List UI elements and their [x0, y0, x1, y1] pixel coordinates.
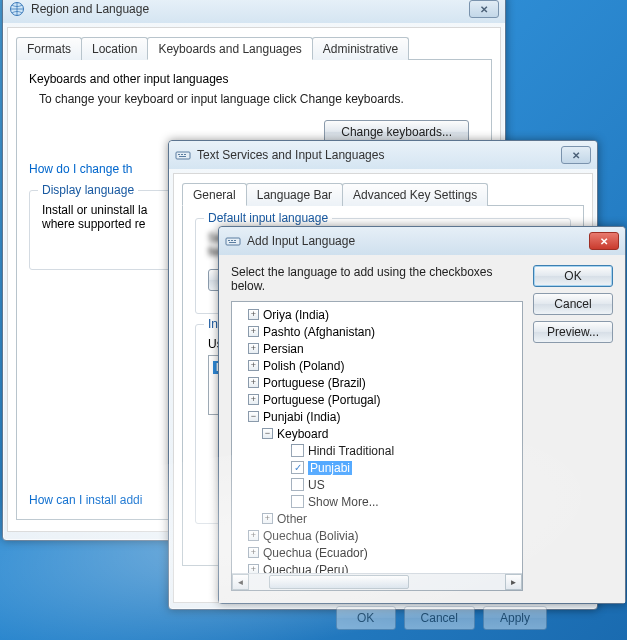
expand-icon[interactable]: + — [248, 547, 259, 558]
tree-item-label: Punjabi (India) — [263, 410, 340, 424]
tree-item[interactable]: −Keyboard — [234, 425, 520, 442]
tab-formats[interactable]: Formats — [16, 37, 82, 60]
checkbox[interactable] — [291, 461, 304, 474]
tree-item[interactable]: +Portuguese (Brazil) — [234, 374, 520, 391]
expand-icon[interactable]: + — [248, 530, 259, 541]
expand-icon[interactable]: + — [248, 326, 259, 337]
apply-button[interactable]: Apply — [483, 606, 547, 630]
tree-item-label: Punjabi — [308, 461, 352, 475]
svg-rect-1 — [176, 152, 190, 159]
tab-strip: General Language Bar Advanced Key Settin… — [182, 182, 584, 206]
tree-item-label: Hindi Traditional — [308, 444, 394, 458]
expand-icon[interactable]: + — [248, 343, 259, 354]
help-link-install[interactable]: How can I install addi — [29, 493, 142, 507]
svg-rect-9 — [234, 240, 236, 241]
tab-language-bar[interactable]: Language Bar — [246, 183, 343, 206]
svg-rect-4 — [184, 154, 186, 155]
instruction-text: Select the language to add using the che… — [231, 265, 523, 293]
close-button[interactable]: ✕ — [561, 146, 591, 164]
add-input-language-window: Add Input Language ✕ Select the language… — [218, 226, 626, 604]
svg-rect-6 — [226, 238, 240, 245]
checkbox[interactable] — [291, 478, 304, 491]
expand-icon[interactable]: + — [248, 309, 259, 320]
svg-rect-7 — [228, 240, 230, 241]
keyboards-section-title: Keyboards and other input languages — [29, 72, 479, 86]
tab-keyboards-languages[interactable]: Keyboards and Languages — [147, 37, 312, 60]
tree-item[interactable]: Show More... — [234, 493, 520, 510]
scroll-left-arrow[interactable]: ◄ — [232, 574, 249, 590]
keyboards-section-text: To change your keyboard or input languag… — [39, 92, 479, 106]
tree-item[interactable]: +Pashto (Afghanistan) — [234, 323, 520, 340]
keyboard-icon — [225, 233, 241, 249]
svg-rect-10 — [229, 242, 236, 243]
ok-button[interactable]: OK — [336, 606, 396, 630]
cancel-button[interactable]: Cancel — [404, 606, 475, 630]
tree-item[interactable]: +Other — [234, 510, 520, 527]
svg-rect-2 — [178, 154, 180, 155]
expand-icon[interactable]: + — [248, 394, 259, 405]
tab-strip: Formats Location Keyboards and Languages… — [16, 36, 492, 60]
tree-item[interactable]: +Oriya (India) — [234, 306, 520, 323]
window-title: Add Input Language — [247, 234, 589, 248]
keyboard-icon — [175, 147, 191, 163]
scroll-right-arrow[interactable]: ► — [505, 574, 522, 590]
ok-button[interactable]: OK — [533, 265, 613, 287]
language-tree[interactable]: +Oriya (India)+Pashto (Afghanistan)+Pers… — [231, 301, 523, 591]
window-title: Text Services and Input Languages — [197, 148, 561, 162]
title-bar[interactable]: Add Input Language ✕ — [219, 227, 625, 255]
checkbox[interactable] — [291, 495, 304, 508]
tree-item[interactable]: +Persian — [234, 340, 520, 357]
preview-button[interactable]: Preview... — [533, 321, 613, 343]
tree-item-label: Quechua (Ecuador) — [263, 546, 368, 560]
close-button[interactable]: ✕ — [469, 0, 499, 18]
tree-item[interactable]: +Quechua (Bolivia) — [234, 527, 520, 544]
tree-item-label: Keyboard — [277, 427, 328, 441]
title-bar[interactable]: Region and Language ✕ — [3, 0, 505, 23]
svg-rect-5 — [179, 156, 186, 157]
svg-rect-8 — [231, 240, 233, 241]
tree-item[interactable]: −Punjabi (India) — [234, 408, 520, 425]
expand-icon[interactable]: + — [248, 360, 259, 371]
tree-item-label: Portuguese (Portugal) — [263, 393, 380, 407]
tab-administrative[interactable]: Administrative — [312, 37, 409, 60]
collapse-icon[interactable]: − — [262, 428, 273, 439]
tree-item-label: Quechua (Bolivia) — [263, 529, 358, 543]
close-button[interactable]: ✕ — [589, 232, 619, 250]
tree-item[interactable]: Hindi Traditional — [234, 442, 520, 459]
tree-item[interactable]: Punjabi — [234, 459, 520, 476]
expand-icon[interactable]: + — [248, 377, 259, 388]
tree-item-label: Pashto (Afghanistan) — [263, 325, 375, 339]
bottom-buttons-obscured: OK Cancel Apply — [336, 606, 547, 630]
tree-item[interactable]: +Portuguese (Portugal) — [234, 391, 520, 408]
globe-icon — [9, 1, 25, 17]
tree-item-label: Other — [277, 512, 307, 526]
help-link-keyboard[interactable]: How do I change th — [29, 162, 132, 176]
checkbox[interactable] — [291, 444, 304, 457]
tree-item[interactable]: +Quechua (Ecuador) — [234, 544, 520, 561]
tree-item-label: Persian — [263, 342, 304, 356]
tree-item-label: Polish (Poland) — [263, 359, 344, 373]
display-language-label: Display language — [38, 183, 138, 197]
window-title: Region and Language — [31, 2, 469, 16]
tree-item[interactable]: +Polish (Poland) — [234, 357, 520, 374]
cancel-button[interactable]: Cancel — [533, 293, 613, 315]
tree-item-label: Oriya (India) — [263, 308, 329, 322]
scroll-track[interactable] — [249, 574, 505, 590]
scroll-thumb[interactable] — [269, 575, 409, 589]
tab-advanced-key[interactable]: Advanced Key Settings — [342, 183, 488, 206]
default-input-label: Default input language — [204, 211, 332, 225]
title-bar[interactable]: Text Services and Input Languages ✕ — [169, 141, 597, 169]
collapse-icon[interactable]: − — [248, 411, 259, 422]
svg-rect-3 — [181, 154, 183, 155]
expand-icon[interactable]: + — [262, 513, 273, 524]
tree-item-label: US — [308, 478, 325, 492]
tab-general[interactable]: General — [182, 183, 247, 206]
tree-item[interactable]: US — [234, 476, 520, 493]
window-body: Select the language to add using the che… — [219, 255, 625, 603]
tree-item-label: Portuguese (Brazil) — [263, 376, 366, 390]
tree-item-label: Show More... — [308, 495, 379, 509]
tab-location[interactable]: Location — [81, 37, 148, 60]
horizontal-scrollbar[interactable]: ◄ ► — [232, 573, 522, 590]
